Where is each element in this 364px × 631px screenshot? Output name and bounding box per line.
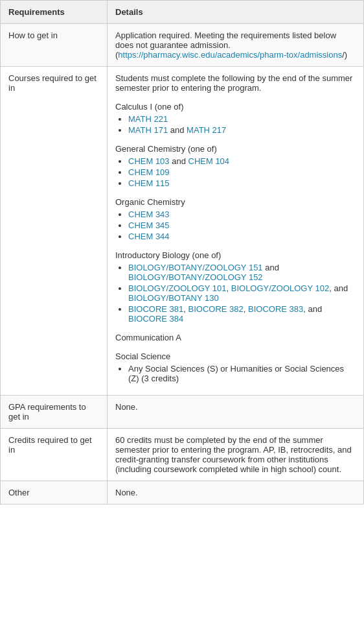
- req-label: Credits required to get in: [8, 435, 92, 455]
- calculus-list: MATH 221 MATH 171 and MATH 217: [115, 114, 356, 135]
- biocore-382-link[interactable]: BIOCORE 382: [188, 304, 244, 314]
- gen-chem-heading: General Chemistry (one of): [115, 144, 356, 154]
- req-gpa: GPA requirements to get in: [1, 396, 108, 429]
- credits-detail: 60 credits must be completed by the end …: [115, 435, 352, 474]
- social-science-heading: Social Science: [115, 351, 356, 361]
- row-credits-required: Credits required to get in 60 credits mu…: [1, 429, 364, 481]
- intro-bio-list: BIOLOGY/BOTANY/ZOOLOGY 151 and BIOLOGY/B…: [115, 263, 356, 324]
- org-chem-heading: Organic Chemistry: [115, 197, 356, 207]
- req-other: Other: [1, 481, 108, 505]
- row-courses-required: Courses required to get in Students must…: [1, 67, 364, 396]
- chem-109-link[interactable]: CHEM 109: [128, 167, 170, 177]
- math-221-link[interactable]: MATH 221: [128, 114, 168, 124]
- req-label: GPA requirements to get in: [8, 402, 86, 422]
- chem-344-link[interactable]: CHEM 344: [128, 232, 170, 241]
- bio-zoo-102-link[interactable]: BIOLOGY/ZOOLOGY 102: [231, 283, 330, 293]
- det-credits: 60 credits must be completed by the end …: [108, 429, 364, 481]
- row-gpa-requirements: GPA requirements to get in None.: [1, 396, 364, 429]
- list-item: BIOLOGY/ZOOLOGY 101, BIOLOGY/ZOOLOGY 102…: [128, 283, 356, 303]
- list-item: BIOLOGY/BOTANY/ZOOLOGY 151 and BIOLOGY/B…: [128, 263, 356, 282]
- gen-chem-list: CHEM 103 and CHEM 104 CHEM 109 CHEM 115: [115, 156, 356, 188]
- bio-botany-zoo-152-link[interactable]: BIOLOGY/BOTANY/ZOOLOGY 152: [128, 272, 263, 282]
- bio-botany-zoo-151-link[interactable]: BIOLOGY/BOTANY/ZOOLOGY 151: [128, 263, 263, 272]
- row-how-to-get-in: How to get in Application required. Meet…: [1, 24, 364, 67]
- calculus-heading: Calculus I (one of): [115, 102, 356, 112]
- header-details: Details: [108, 1, 364, 24]
- detail-text-suffix: /): [342, 50, 347, 60]
- chem-345-link[interactable]: CHEM 345: [128, 220, 170, 230]
- row-other: Other None.: [1, 481, 364, 505]
- list-item: CHEM 344: [128, 232, 356, 241]
- comm-a-heading: Communication A: [115, 333, 356, 342]
- list-item: CHEM 343: [128, 209, 356, 219]
- det-other: None.: [108, 481, 364, 505]
- math-217-link[interactable]: MATH 217: [187, 125, 226, 135]
- chem-115-link[interactable]: CHEM 115: [128, 178, 170, 188]
- gpa-detail: None.: [115, 402, 138, 412]
- chem-104-link[interactable]: CHEM 104: [188, 156, 230, 166]
- det-gpa: None.: [108, 396, 364, 429]
- list-item: MATH 171 and MATH 217: [128, 125, 356, 135]
- social-science-list: Any Social Sciences (S) or Humanities or…: [115, 364, 356, 383]
- admissions-link[interactable]: https://pharmacy.wisc.edu/academics/phar…: [118, 50, 342, 60]
- math-171-link[interactable]: MATH 171: [128, 125, 168, 135]
- courses-intro: Students must complete the following by …: [115, 73, 356, 93]
- req-label: Other: [8, 488, 30, 497]
- list-item: CHEM 345: [128, 220, 356, 230]
- list-item: CHEM 103 and CHEM 104: [128, 156, 356, 166]
- biocore-381-link[interactable]: BIOCORE 381: [128, 304, 183, 314]
- chem-343-link[interactable]: CHEM 343: [128, 209, 170, 219]
- chem-103-link[interactable]: CHEM 103: [128, 156, 170, 166]
- req-credits: Credits required to get in: [1, 429, 108, 481]
- req-how-to-get-in: How to get in: [1, 24, 108, 67]
- intro-bio-heading: Introductory Biology (one of): [115, 250, 356, 260]
- req-label: Courses required to get in: [8, 73, 97, 93]
- bio-zoo-101-link[interactable]: BIOLOGY/ZOOLOGY 101: [128, 283, 227, 293]
- det-how-to-get-in: Application required. Meeting the requir…: [108, 24, 364, 67]
- req-label: How to get in: [8, 30, 58, 40]
- org-chem-list: CHEM 343 CHEM 345 CHEM 344: [115, 209, 356, 241]
- req-courses-required: Courses required to get in: [1, 67, 108, 396]
- list-item: CHEM 109: [128, 167, 356, 177]
- biocore-384-link[interactable]: BIOCORE 384: [128, 314, 183, 324]
- list-item: MATH 221: [128, 114, 356, 124]
- biocore-383-link[interactable]: BIOCORE 383: [248, 304, 303, 314]
- header-requirements: Requirements: [1, 1, 108, 24]
- other-detail: None.: [115, 488, 138, 497]
- list-item: Any Social Sciences (S) or Humanities or…: [128, 364, 356, 383]
- list-item: BIOCORE 381, BIOCORE 382, BIOCORE 383, a…: [128, 304, 356, 324]
- det-courses-required: Students must complete the following by …: [108, 67, 364, 396]
- bio-botany-130-link[interactable]: BIOLOGY/BOTANY 130: [128, 293, 219, 303]
- list-item: CHEM 115: [128, 178, 356, 188]
